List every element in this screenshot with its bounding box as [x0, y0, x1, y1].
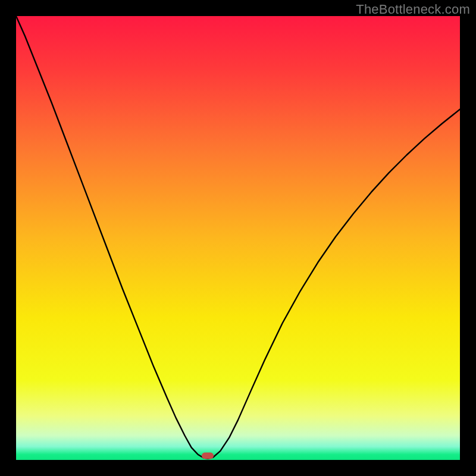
chart-frame: TheBottleneck.com [0, 0, 476, 476]
bottleneck-curve [16, 16, 460, 460]
watermark-text: TheBottleneck.com [356, 2, 470, 17]
plot-area [16, 16, 460, 460]
optimal-marker [202, 452, 214, 459]
